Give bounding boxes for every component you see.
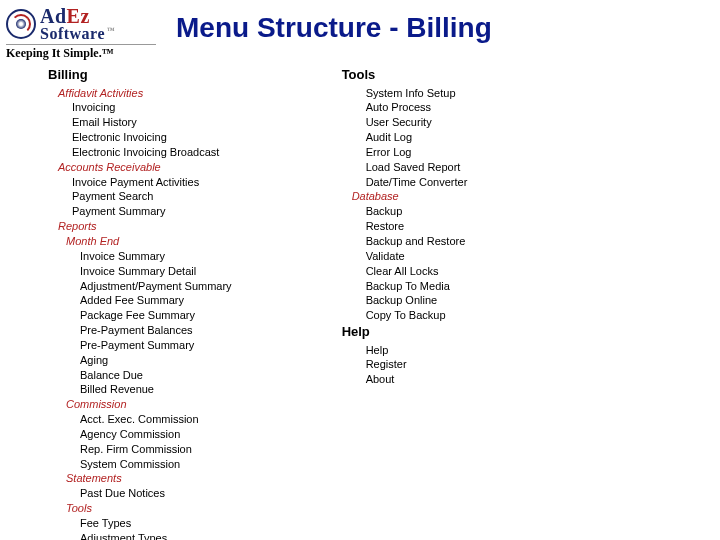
- menu-item: Package Fee Summary: [80, 308, 232, 323]
- menu-item: Pre-Payment Balances: [80, 323, 232, 338]
- menu-item: System Commission: [80, 457, 232, 472]
- page-title: Menu Structure - Billing: [176, 12, 492, 44]
- menu-item: Register: [366, 357, 468, 372]
- tm-icon: ™: [107, 26, 116, 35]
- menu-item: Copy To Backup: [366, 308, 468, 323]
- menu-item: Adjustment/Payment Summary: [80, 279, 232, 294]
- menu-item: Added Fee Summary: [80, 293, 232, 308]
- menu-item: Date/Time Converter: [366, 175, 468, 190]
- menu-item: System Info Setup: [366, 86, 468, 101]
- tools-heading: Tools: [342, 66, 468, 84]
- logo-line2: Software™: [40, 26, 116, 42]
- menu-item: Backup To Media: [366, 279, 468, 294]
- header: AdEz Software™ Keeping It Simple.™ Menu …: [0, 0, 720, 58]
- menu-item: Electronic Invoicing: [72, 130, 232, 145]
- group-reports: Reports: [58, 219, 232, 234]
- logo-ad: Ad: [40, 5, 67, 27]
- menu-item: Electronic Invoicing Broadcast: [72, 145, 232, 160]
- menu-item: Invoice Payment Activities: [72, 175, 232, 190]
- menu-item: Payment Search: [72, 189, 232, 204]
- menu-item: Invoice Summary: [80, 249, 232, 264]
- menu-item: Agency Commission: [80, 427, 232, 442]
- logo-ez: Ez: [67, 5, 90, 27]
- logo-line1: AdEz: [40, 6, 116, 26]
- menu-item: Billed Revenue: [80, 382, 232, 397]
- logo-swirl-icon: [6, 9, 36, 39]
- menu-item: Restore: [366, 219, 468, 234]
- menu-item: Auto Process: [366, 100, 468, 115]
- menu-item: Validate: [366, 249, 468, 264]
- menu-item: Invoice Summary Detail: [80, 264, 232, 279]
- menu-item: Audit Log: [366, 130, 468, 145]
- menu-item: About: [366, 372, 468, 387]
- menu-item: Pre-Payment Summary: [80, 338, 232, 353]
- content: Billing Affidavit Activities Invoicing E…: [0, 58, 720, 540]
- billing-heading: Billing: [48, 66, 232, 84]
- menu-item: Invoicing: [72, 100, 232, 115]
- subgroup-commission: Commission: [66, 397, 232, 412]
- subgroup-tools: Tools: [66, 501, 232, 516]
- menu-item: User Security: [366, 115, 468, 130]
- subgroup-statements: Statements: [66, 471, 232, 486]
- menu-item: Adjustment Types: [80, 531, 232, 540]
- menu-item: Clear All Locks: [366, 264, 468, 279]
- menu-item: Acct. Exec. Commission: [80, 412, 232, 427]
- menu-item: Aging: [80, 353, 232, 368]
- menu-item: Help: [366, 343, 468, 358]
- menu-item: Error Log: [366, 145, 468, 160]
- menu-item: Backup: [366, 204, 468, 219]
- right-column: Tools System Info Setup Auto Process Use…: [342, 66, 468, 540]
- menu-item: Backup Online: [366, 293, 468, 308]
- menu-item: Backup and Restore: [366, 234, 468, 249]
- menu-item: Balance Due: [80, 368, 232, 383]
- logo-tagline: Keeping It Simple.™: [6, 44, 156, 61]
- menu-item: Fee Types: [80, 516, 232, 531]
- group-database: Database: [352, 189, 468, 204]
- subgroup-monthend: Month End: [66, 234, 232, 249]
- group-ar: Accounts Receivable: [58, 160, 232, 175]
- left-column: Billing Affidavit Activities Invoicing E…: [48, 66, 232, 540]
- menu-item: Email History: [72, 115, 232, 130]
- menu-item: Rep. Firm Commission: [80, 442, 232, 457]
- menu-item: Past Due Notices: [80, 486, 232, 501]
- logo-block: AdEz Software™ Keeping It Simple.™: [6, 6, 156, 61]
- menu-item: Payment Summary: [72, 204, 232, 219]
- menu-item: Load Saved Report: [366, 160, 468, 175]
- help-heading: Help: [342, 323, 468, 341]
- group-affidavit: Affidavit Activities: [58, 86, 232, 101]
